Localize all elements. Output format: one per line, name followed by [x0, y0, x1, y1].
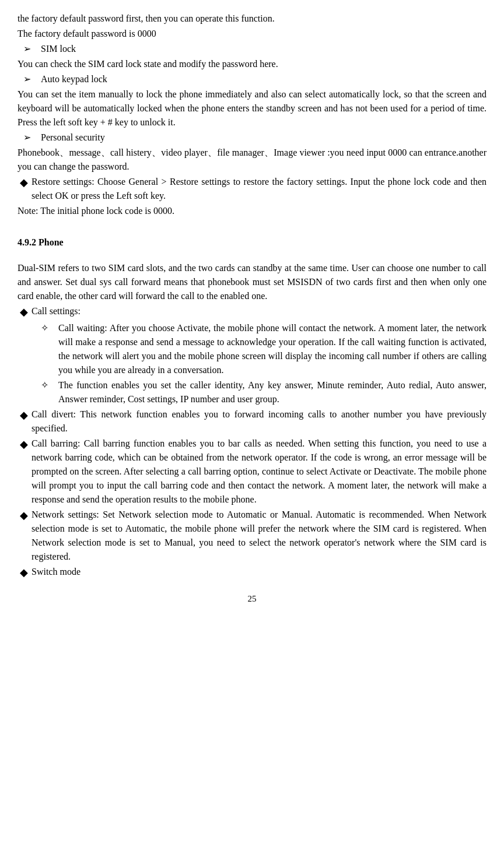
personal-security-label: Personal security: [41, 131, 105, 145]
auto-keypad-label: Auto keypad lock: [41, 72, 107, 86]
page-container: the factory default password first, then…: [0, 0, 504, 868]
diamond-icon: ✧: [41, 321, 58, 335]
call-divert-item: ◆ Call divert: This network function ena…: [18, 407, 487, 435]
line1: the factory default password first, then…: [18, 12, 487, 26]
network-settings-text: Network settings: Set Network selection …: [32, 508, 487, 564]
dual-sim-para1: Dual-SIM refers to two SIM card slots, a…: [18, 261, 487, 303]
line2: The factory default password is 0000: [18, 27, 487, 41]
bullet-icon-5: ◆: [18, 508, 32, 523]
arrow-icon-3: ➢: [18, 131, 41, 145]
arrow-icon: ➢: [18, 42, 41, 56]
call-settings-item: ◆ Call settings:: [18, 304, 487, 320]
bullet-icon-2: ◆: [18, 304, 32, 320]
bullet-icon: ◆: [18, 175, 32, 191]
call-barring-text: Call barring: Call barring function enab…: [32, 437, 487, 507]
auto-keypad-item: ➢ Auto keypad lock: [18, 72, 487, 86]
sim-lock-item: ➢ SIM lock: [18, 42, 487, 56]
page-number: 25: [18, 592, 487, 606]
line5: Phonebook、message、call histery、video pla…: [18, 146, 487, 174]
switch-mode-item: ◆ Switch mode: [18, 565, 487, 581]
call-waiting-item: ✧ Call waiting: After you choose Activat…: [18, 321, 487, 377]
bullet-icon-6: ◆: [18, 565, 32, 581]
line4: You can set the item manually to lock th…: [18, 87, 487, 129]
section-title: 4.9.2 Phone: [18, 236, 487, 249]
call-settings-label: Call settings:: [32, 304, 80, 318]
call-barring-item: ◆ Call barring: Call barring function en…: [18, 437, 487, 507]
call-divert-text: Call divert: This network function enabl…: [32, 407, 487, 435]
diamond-icon-2: ✧: [41, 378, 58, 392]
bullet-icon-4: ◆: [18, 437, 32, 452]
call-waiting-text: Call waiting: After you choose Activate,…: [58, 321, 487, 377]
line3: You can check the SIM card lock state an…: [18, 57, 487, 71]
sim-lock-label: SIM lock: [41, 42, 76, 56]
note: Note: The initial phone lock code is 000…: [18, 204, 487, 218]
bullet-icon-3: ◆: [18, 407, 32, 423]
function-enables-text: The function enables you set the caller …: [58, 378, 487, 406]
arrow-icon-2: ➢: [18, 72, 41, 86]
switch-mode-label: Switch mode: [32, 565, 80, 579]
network-settings-item: ◆ Network settings: Set Network selectio…: [18, 508, 487, 564]
personal-security-item: ➢ Personal security: [18, 131, 487, 145]
function-enables-item: ✧ The function enables you set the calle…: [18, 378, 487, 406]
restore-settings-item: ◆ Restore settings: Choose General > Res…: [18, 175, 487, 203]
restore-settings-text: Restore settings: Choose General > Resto…: [32, 175, 487, 203]
